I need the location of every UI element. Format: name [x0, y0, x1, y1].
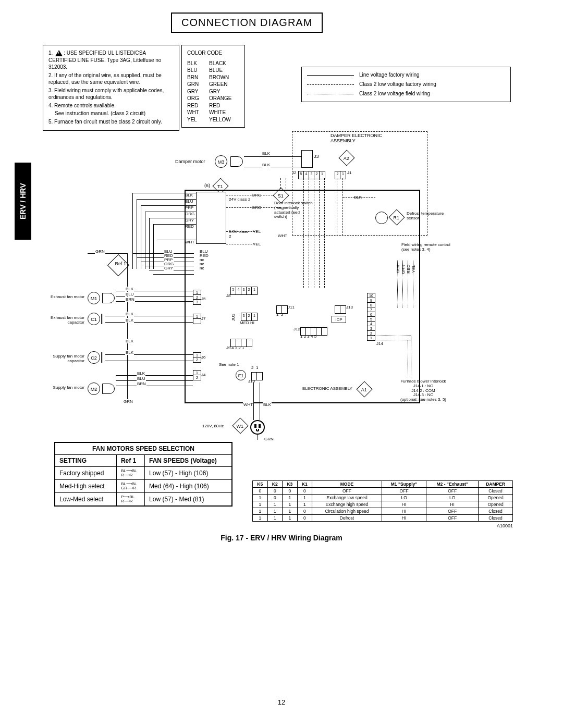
- mode-header: M2 - "Exhaust": [426, 481, 479, 488]
- color-row: GRNGREEN: [187, 81, 239, 88]
- color-row: BLKBLACK: [187, 60, 239, 67]
- blower-interlock-label: Furnace blower interlock J14-1 : NO J14-…: [387, 379, 460, 402]
- supply-cap-label: Supply fan motor capacitor: [43, 354, 84, 364]
- mode-header: DAMPER: [479, 481, 513, 488]
- page-title: CONNECTION DIAGRAM: [171, 13, 323, 33]
- fan-table-title: FAN MOTORS SPEED SELECTION: [55, 442, 232, 455]
- electronic-assembly-label: ELECTRONIC ASSEMBLY: [302, 387, 352, 391]
- exhaust-cap-label: Exhaust fan motor capacitor: [43, 316, 84, 325]
- damper-motor-label: Damper motor: [175, 159, 205, 165]
- note-5: 5. Furnace fan circuit must be class 2 c…: [48, 118, 174, 126]
- m2-motor: M2: [88, 382, 100, 395]
- table-row: 0000OFFOFFOFFClosed: [253, 488, 513, 495]
- page-number: 12: [0, 698, 563, 706]
- mode-header: K1: [297, 481, 312, 488]
- legend-class2-field: Class 2 low voltage field wiring: [359, 90, 430, 97]
- color-row: GRYGRY: [187, 88, 239, 95]
- mode-table: K5K2K3K1MODEM1 "Supply"M2 - "Exhaust"DAM…: [252, 480, 513, 522]
- wiring-diagram: DAMPER ELECTRONIC ASSEMBLY Damper motor …: [43, 130, 511, 433]
- mode-header: K2: [267, 481, 283, 488]
- fan-speed-table: FAN MOTORS SPEED SELECTION SETTING Ref 1…: [54, 442, 232, 507]
- mode-header: MODE: [312, 481, 382, 488]
- note-2: 2. If any of the original wire, as suppl…: [48, 72, 174, 86]
- j1-label: J1: [347, 171, 351, 176]
- table-row: Low-Med selectP⟶BLR⟶RLow (57) - Med (81): [55, 493, 232, 507]
- w1-plug: W1: [232, 417, 248, 434]
- fan-h-ref: Ref 1: [116, 455, 144, 467]
- electronic-assembly-board: [185, 190, 420, 403]
- legend-class2-factory: Class 2 low voltage factory wiring: [359, 81, 436, 88]
- color-row: WHTWHITE: [187, 109, 239, 116]
- table-row: 1011Exchange low speedLOLOOpened: [253, 495, 513, 501]
- color-row: YELYELLOW: [187, 116, 239, 124]
- color-code-title: COLOR CODE: [187, 50, 239, 57]
- supply-fan-motor-label: Supply fan motor: [43, 386, 84, 390]
- m1-motor: M1: [88, 292, 100, 304]
- note-1: 1. : USE SPECIFIED UL LISTED/CSA CERTIFI…: [48, 50, 174, 71]
- med-hi-label: MED HI: [240, 321, 254, 326]
- color-row: REDRED: [187, 102, 239, 109]
- table-row: 1110DefrostHIOFFClosed: [253, 515, 513, 522]
- mode-header: K3: [283, 481, 298, 488]
- table-row: Med-High selectBL⟶BLGR⟶RMed (64) - High …: [55, 480, 232, 493]
- note-4b: See instruction manual. (class 2 circuit…: [48, 110, 174, 117]
- j2-label: J2: [292, 171, 296, 176]
- legend-line-voltage: Line voltage factory wiring: [359, 71, 420, 79]
- color-row: ORGORANGE: [187, 95, 239, 102]
- power-plug-icon: [250, 420, 265, 435]
- wire-blk: BLK: [262, 151, 271, 156]
- c1-cap: C1: [88, 313, 100, 325]
- table-row: Factory shippedBL⟶BLR⟶RLow (57) - High (…: [55, 467, 232, 480]
- drawing-code: A10001: [497, 523, 513, 528]
- mode-header: M1 "Supply": [382, 481, 426, 488]
- note-4: 4. Remote controls available.: [48, 102, 174, 109]
- table-row: 1110Circulation high speedHIOFFClosed: [253, 508, 513, 515]
- power-label: 120V, 60Hz: [202, 424, 224, 429]
- notes-box: 1. : USE SPECIFIED UL LISTED/CSA CERTIFI…: [43, 45, 179, 131]
- see-note-1: See note 1: [219, 363, 239, 367]
- f1-fuse: F1: [236, 370, 246, 380]
- damper-assembly-label: DAMPER ELECTRONIC ASSEMBLY: [331, 133, 393, 144]
- m3-motor: M3: [215, 155, 227, 168]
- wire-blk: BLK: [262, 163, 271, 167]
- c2-cap: C2: [88, 351, 100, 364]
- j3-label: J3: [314, 154, 319, 159]
- icp-chip: ICP: [332, 316, 346, 323]
- table-row: 1111Exchange high speedHIHIOpened: [253, 501, 513, 508]
- mode-header: K5: [253, 481, 268, 488]
- fan-h-speeds: FAN SPEEDS (Voltage): [145, 455, 232, 467]
- figure-caption: Fig. 17 - ERV / HRV Wiring Diagram: [0, 534, 563, 542]
- warning-icon: [55, 50, 63, 56]
- legend-box: Line voltage factory wiring Class 2 low …: [301, 67, 511, 102]
- t1-note: (6): [204, 183, 210, 189]
- color-code-box: COLOR CODE BLKBLACKBLUBLUEBRNBROWNGRNGRE…: [181, 45, 245, 128]
- color-row: BRNBROWN: [187, 74, 239, 81]
- side-tab: ERV / HRV: [15, 163, 31, 240]
- exhaust-fan-motor-label: Exhaust fan motor: [43, 295, 84, 300]
- fan-h-setting: SETTING: [55, 455, 116, 467]
- note-3: 3. Field wiring must comply with applica…: [48, 87, 174, 101]
- color-row: BLUBLUE: [187, 67, 239, 74]
- ref1: Ref 1: [107, 254, 129, 276]
